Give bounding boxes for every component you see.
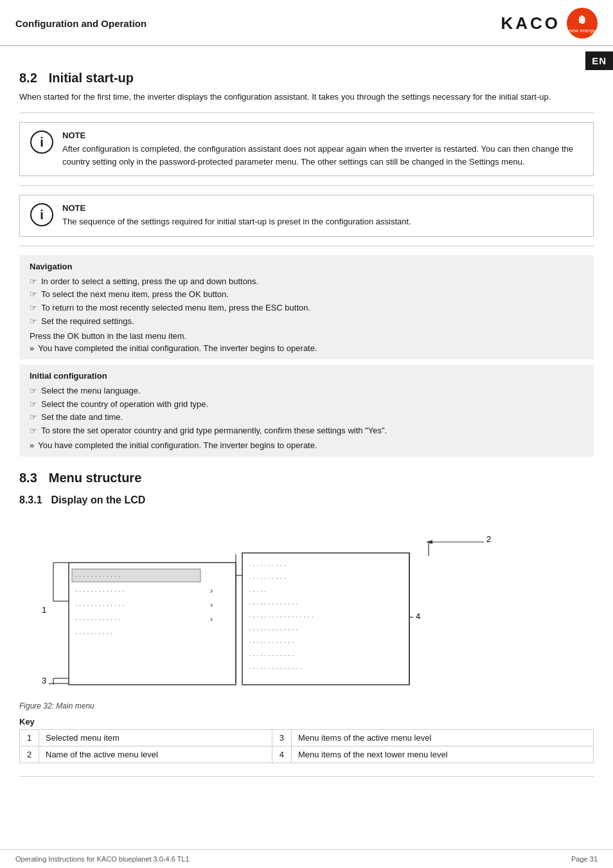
- nav-item-1: ☞ In order to select a setting, press th…: [30, 275, 583, 289]
- initial-config-result: » You have completed the initial configu…: [30, 440, 583, 450]
- section-8-2-intro: When started for the first time, the inv…: [19, 91, 594, 104]
- note-content-1: NOTE After configuration is completed, t…: [62, 131, 583, 168]
- note-content-2: NOTE The sequence of the settings requir…: [62, 203, 411, 228]
- section-8-3-1-num: 8.3.1: [19, 494, 42, 506]
- diagram-label-4: 4: [416, 611, 420, 621]
- section-8-2-heading: 8.2 Initial start-up: [19, 71, 594, 86]
- navigation-result-text: You have completed the initial configura…: [38, 343, 317, 353]
- divider-1: [19, 113, 594, 113]
- key-table: 1 Selected menu item 3 Menu items of the…: [19, 729, 594, 763]
- navigation-title: Navigation: [30, 262, 583, 271]
- key-desc-4: Menu items of the next lower menu level: [291, 746, 593, 763]
- svg-text:· · · · ·: · · · · ·: [249, 587, 267, 595]
- nav-item-2: ☞ To select the next menu item, press th…: [30, 288, 583, 302]
- note-icon-2: i: [30, 203, 53, 226]
- logo-subtitle: new energy: [569, 28, 595, 33]
- note-text-1: After configuration is completed, the co…: [62, 143, 583, 168]
- logo-area: KACO new energy: [501, 8, 598, 39]
- svg-text:· · · · · · · · · · · ·: · · · · · · · · · · · ·: [249, 651, 294, 659]
- svg-text:· · · · · · · · · · · · ·: · · · · · · · · · · · · ·: [249, 600, 298, 608]
- logo-text: KACO: [501, 14, 560, 33]
- svg-text:›: ›: [210, 586, 213, 595]
- section-8-2-num: 8.2: [19, 71, 37, 86]
- cursor-icon-c4: ☞: [30, 424, 37, 438]
- nav-item-4-text: Set the required settings.: [41, 315, 134, 329]
- footer-right: Page 31: [571, 855, 598, 863]
- nav-item-4: ☞ Set the required settings.: [30, 315, 583, 329]
- svg-text:· · · · · · · · · · · · ·: · · · · · · · · · · · · ·: [75, 587, 124, 595]
- svg-text:· · · · · · · · · · · ·: · · · · · · · · · · · ·: [249, 638, 294, 646]
- main-content: 8.2 Initial start-up When started for th…: [0, 46, 613, 799]
- diagram-label-2: 2: [486, 534, 491, 544]
- language-badge: EN: [585, 51, 613, 70]
- section-8-3-heading: 8.3 Menu structure: [19, 471, 594, 485]
- navigation-section: Navigation ☞ In order to select a settin…: [19, 255, 594, 359]
- nav-item-2-text: To select the next menu item, press the …: [41, 288, 229, 302]
- cursor-icon-4: ☞: [30, 315, 37, 329]
- config-item-2: ☞ Select the country of operation with g…: [30, 398, 583, 411]
- nav-item-3: ☞ To return to the most recently selecte…: [30, 302, 583, 315]
- svg-marker-2: [426, 540, 432, 544]
- divider-3: [19, 246, 594, 246]
- diagram-label-3: 3: [42, 676, 46, 685]
- config-item-4-text: To store the set operator country and gr…: [41, 424, 387, 438]
- key-num-2: 2: [20, 746, 39, 763]
- key-desc-3: Menu items of the active menu level: [291, 730, 593, 746]
- figure-caption: Figure 32: Main menu: [19, 701, 594, 710]
- initial-config-title: Initial configuration: [30, 371, 583, 381]
- svg-text:· · · · · · · · · · · ·: · · · · · · · · · · · ·: [75, 572, 120, 580]
- svg-text:›: ›: [210, 614, 213, 624]
- initial-config-section: Initial configuration ☞ Select the menu …: [19, 365, 594, 457]
- table-row: 2 Name of the active menu level 4 Menu i…: [20, 746, 594, 763]
- key-desc-2: Name of the active menu level: [39, 746, 272, 763]
- note-icon-1: i: [30, 131, 53, 154]
- config-item-4: ☞ To store the set operator country and …: [30, 424, 583, 438]
- svg-text:· · · · · · · · · ·: · · · · · · · · · ·: [75, 629, 112, 637]
- table-row: 1 Selected menu item 3 Menu items of the…: [20, 730, 594, 746]
- initial-config-list: ☞ Select the menu language. ☞ Select the…: [30, 384, 583, 438]
- press-ok-note: Press the OK button in the last menu ite…: [30, 331, 583, 341]
- config-item-3-text: Set the date and time.: [41, 411, 123, 424]
- svg-text:· · · · · · · · · ·: · · · · · · · · · ·: [249, 561, 286, 569]
- key-num-1: 1: [20, 730, 39, 746]
- config-item-3: ☞ Set the date and time.: [30, 411, 583, 424]
- cursor-icon-c1: ☞: [30, 384, 37, 398]
- key-num-4: 4: [272, 746, 291, 763]
- divider-footer: [19, 776, 594, 777]
- section-8-2-title: Initial start-up: [49, 71, 134, 86]
- note-title-2: NOTE: [62, 203, 411, 213]
- key-label: Key: [19, 717, 594, 727]
- svg-text:›: ›: [210, 600, 213, 610]
- cursor-icon-1: ☞: [30, 275, 37, 289]
- note-box-2: i NOTE The sequence of the settings requ…: [19, 195, 594, 237]
- config-item-1-text: Select the menu language.: [41, 384, 141, 398]
- divider-2: [19, 185, 594, 186]
- svg-text:· · · · · · · · · · · · ·: · · · · · · · · · · · · ·: [249, 626, 298, 633]
- cursor-icon-c2: ☞: [30, 398, 37, 411]
- config-item-2-text: Select the country of operation with gri…: [41, 398, 208, 411]
- cursor-icon-2: ☞: [30, 288, 37, 302]
- section-8-3-1-title: Display on the LCD: [51, 494, 146, 506]
- note-box-1: i NOTE After configuration is completed,…: [19, 122, 594, 176]
- config-item-1: ☞ Select the menu language.: [30, 384, 583, 398]
- navigation-result: » You have completed the initial configu…: [30, 343, 583, 353]
- svg-text:· · · · · · · · · · · · · · · : · · · · · · · · · · · · · · · · ·: [249, 613, 314, 620]
- key-num-3: 3: [272, 730, 291, 746]
- section-8-3-1-heading: 8.3.1 Display on the LCD: [19, 494, 594, 506]
- cursor-icon-c3: ☞: [30, 411, 37, 424]
- svg-text:· · · · · · · · · ·: · · · · · · · · · ·: [249, 574, 286, 582]
- footer-left: Operating Instructions for KACO blueplan…: [15, 855, 190, 863]
- svg-text:· · · · · · · · · · · · ·: · · · · · · · · · · · · ·: [75, 601, 124, 609]
- section-8-3-title: Menu structure: [49, 471, 141, 485]
- cursor-icon-3: ☞: [30, 302, 37, 315]
- kaco-logo-icon: new energy: [567, 8, 598, 39]
- svg-text:· · · · · · · · · · · ·: · · · · · · · · · · · ·: [75, 615, 120, 623]
- page-footer: Operating Instructions for KACO blueplan…: [0, 849, 613, 868]
- svg-text:· · · · · · · · · · · · · ·: · · · · · · · · · · · · · ·: [249, 664, 302, 672]
- key-desc-1: Selected menu item: [39, 730, 272, 746]
- section-8-3-num: 8.3: [19, 471, 37, 485]
- nav-item-1-text: In order to select a setting, press the …: [41, 275, 258, 289]
- header-title: Configuration and Operation: [15, 18, 147, 29]
- page-header: Configuration and Operation KACO new ene…: [0, 0, 613, 46]
- result-icon-cfg: »: [30, 440, 34, 450]
